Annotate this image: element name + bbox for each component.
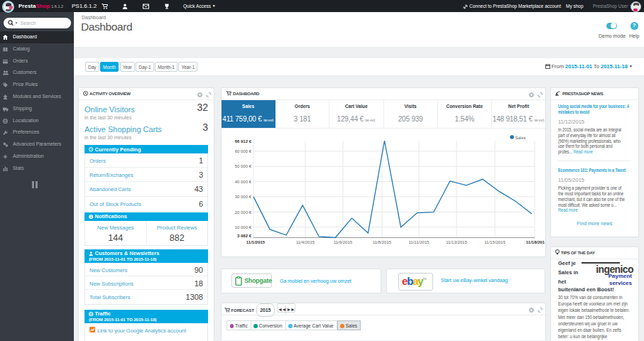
svg-text:11/4/2015: 11/4/2015 [296, 239, 315, 244]
svg-text:11/18/201: 11/18/201 [526, 239, 545, 244]
svg-text:10 000 €: 10 000 € [235, 224, 252, 229]
svg-text:Sales: Sales [515, 135, 526, 139]
svg-text:11/8/2015: 11/8/2015 [373, 239, 392, 244]
svg-text:3 082 €: 3 082 € [237, 233, 252, 237]
svg-text:20 000 €: 20 000 € [235, 210, 252, 214]
svg-text:11/13/2015: 11/13/2015 [446, 239, 467, 244]
svg-text:50 000 €: 50 000 € [235, 164, 252, 168]
svg-text:11/6/2015: 11/6/2015 [334, 239, 353, 244]
svg-text:40 000 €: 40 000 € [235, 179, 252, 183]
svg-text:60 000 €: 60 000 € [235, 149, 252, 153]
svg-text:30 000 €: 30 000 € [235, 195, 252, 199]
svg-text:11/15/2015: 11/15/2015 [484, 239, 506, 244]
svg-text:66 912 €: 66 912 € [235, 139, 252, 143]
svg-text:11/11/2015: 11/11/2015 [408, 239, 430, 244]
svg-text:11/1/2015: 11/1/2015 [246, 239, 266, 244]
